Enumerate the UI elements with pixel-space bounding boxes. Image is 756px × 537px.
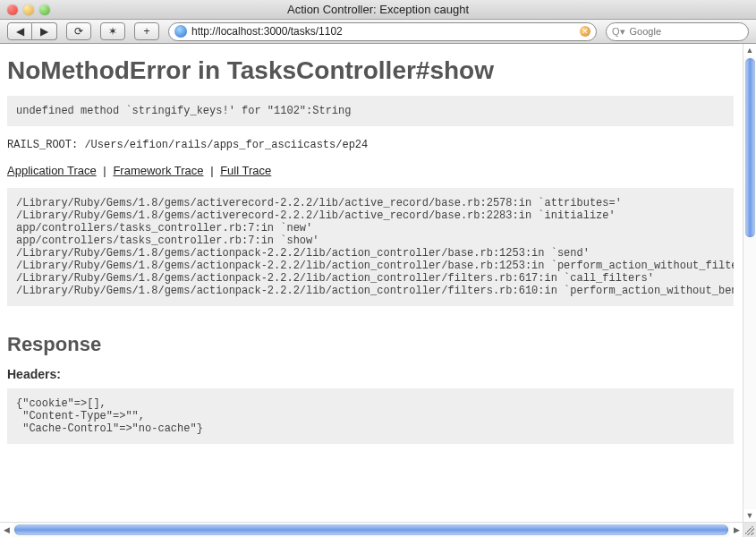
close-window-icon[interactable]	[7, 4, 18, 15]
error-message-block: undefined method `stringify_keys!' for "…	[7, 96, 734, 126]
horizontal-scroll-thumb[interactable]	[14, 524, 728, 535]
search-provider-label: Q▾	[612, 26, 625, 38]
vertical-scrollbar[interactable]: ▲ ▼	[743, 44, 756, 522]
page-content: NoMethodError in TasksController#show un…	[0, 44, 743, 462]
bookmark-button[interactable]: ✶	[100, 22, 125, 40]
window-title: Action Controller: Exception caught	[287, 3, 469, 16]
vertical-scroll-thumb[interactable]	[745, 58, 755, 237]
application-trace-link[interactable]: Application Trace	[7, 164, 97, 177]
forward-button[interactable]: ▶	[32, 22, 57, 40]
resize-grip-icon[interactable]	[743, 522, 756, 537]
forward-icon: ▶	[40, 25, 48, 38]
reload-icon: ⟳	[74, 25, 83, 38]
browser-toolbar: ◀ ▶ ⟳ ✶ + http://localhost:3000/tasks/11…	[0, 20, 756, 44]
add-tab-button[interactable]: +	[134, 22, 159, 40]
zoom-window-icon[interactable]	[39, 4, 50, 15]
bookmark-icon: ✶	[108, 25, 117, 38]
url-text: http://localhost:3000/tasks/1102	[191, 25, 343, 38]
vertical-scroll-track[interactable]	[743, 56, 756, 509]
search-input[interactable]	[630, 26, 753, 37]
rails-root-value: /Users/eifion/rails/apps_for_asciicasts/…	[84, 139, 368, 151]
rails-root-label: RAILS_ROOT:	[7, 139, 78, 151]
headers-label: Headers:	[7, 367, 734, 381]
scroll-up-icon[interactable]: ▲	[744, 44, 756, 56]
full-trace-link[interactable]: Full Trace	[220, 164, 271, 177]
trace-separator: |	[103, 164, 106, 177]
url-bar[interactable]: http://localhost:3000/tasks/1102 ✕	[168, 22, 597, 41]
horizontal-scrollbar[interactable]: ◀ ▶	[0, 522, 743, 537]
error-heading: NoMethodError in TasksController#show	[7, 56, 734, 85]
page-viewport: NoMethodError in TasksController#show un…	[0, 44, 743, 522]
horizontal-scroll-track[interactable]	[13, 523, 730, 537]
minimize-window-icon[interactable]	[23, 4, 34, 15]
stop-loading-icon[interactable]: ✕	[580, 26, 590, 37]
nav-button-group: ◀ ▶	[7, 22, 57, 40]
scroll-down-icon[interactable]: ▼	[744, 509, 756, 522]
search-bar[interactable]: Q▾	[606, 22, 749, 41]
plus-icon: +	[143, 25, 149, 38]
site-globe-icon	[174, 25, 187, 38]
traffic-lights	[0, 4, 50, 15]
response-heading: Response	[7, 333, 734, 356]
back-button[interactable]: ◀	[7, 22, 32, 40]
headers-block: {"cookie"=>[], "Content-Type"=>"", "Cach…	[7, 388, 734, 444]
scroll-left-icon[interactable]: ◀	[0, 524, 13, 537]
framework-trace-link[interactable]: Framework Trace	[113, 164, 203, 177]
trace-separator: |	[210, 164, 213, 177]
rails-root-line: RAILS_ROOT: /Users/eifion/rails/apps_for…	[7, 139, 734, 151]
back-icon: ◀	[16, 25, 24, 38]
window-titlebar: Action Controller: Exception caught	[0, 0, 756, 20]
reload-button[interactable]: ⟳	[66, 22, 91, 40]
scroll-right-icon[interactable]: ▶	[730, 524, 743, 537]
stack-trace-block: /Library/Ruby/Gems/1.8/gems/activerecord…	[7, 188, 734, 306]
trace-links: Application Trace | Framework Trace | Fu…	[7, 164, 734, 177]
